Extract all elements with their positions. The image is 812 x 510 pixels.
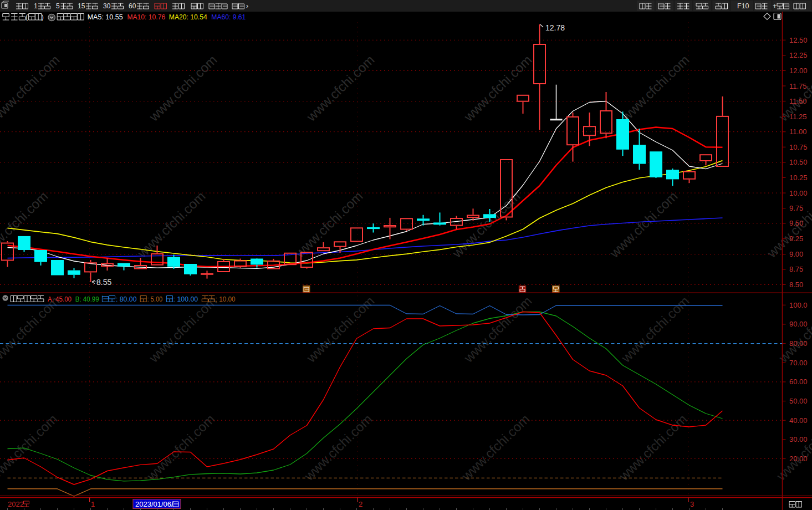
svg-text:30.00: 30.00 (789, 435, 808, 443)
svg-text:10.25: 10.25 (789, 174, 808, 182)
svg-text:1: 1 (34, 2, 38, 10)
svg-text:B: 40.99: B: 40.99 (75, 295, 99, 303)
svg-text:: 5.00: : 5.00 (147, 295, 162, 303)
svg-text:MA20: 10.54: MA20: 10.54 (169, 13, 207, 21)
svg-text:: 10.00: : 10.00 (216, 295, 236, 303)
svg-text:12.50: 12.50 (789, 36, 808, 44)
svg-text:70.00: 70.00 (789, 359, 808, 367)
svg-text:40.00: 40.00 (789, 416, 808, 425)
svg-text:9.00: 9.00 (789, 250, 803, 258)
svg-text:60: 60 (129, 2, 136, 10)
svg-text:2023/01/06/: 2023/01/06/ (135, 500, 173, 508)
svg-text:2: 2 (359, 500, 362, 508)
svg-text:100.0: 100.0 (789, 301, 808, 309)
svg-text:11.25: 11.25 (789, 113, 807, 121)
svg-text:F10: F10 (737, 2, 749, 10)
svg-text:20.00: 20.00 (789, 455, 808, 463)
svg-text:9.50: 9.50 (789, 219, 803, 227)
svg-text:A: 45.00: A: 45.00 (48, 295, 72, 303)
svg-text:10.50: 10.50 (789, 158, 808, 166)
svg-text:60.00: 60.00 (789, 378, 808, 386)
svg-text:+: + (773, 2, 777, 10)
svg-text:11.75: 11.75 (789, 82, 807, 90)
svg-text:11.00: 11.00 (789, 128, 807, 136)
svg-text:: 100.00: : 100.00 (173, 295, 198, 303)
svg-text:12.00: 12.00 (789, 67, 808, 75)
svg-text:8.75: 8.75 (789, 265, 803, 273)
svg-text:8.55: 8.55 (96, 278, 111, 287)
svg-text:MA5: 10.55: MA5: 10.55 (88, 13, 123, 21)
svg-text:90.00: 90.00 (789, 320, 808, 328)
svg-text:2022: 2022 (8, 500, 24, 508)
svg-text:MA60: 9.61: MA60: 9.61 (211, 13, 246, 21)
svg-text:9.25: 9.25 (789, 234, 803, 243)
svg-text:9.75: 9.75 (789, 204, 803, 212)
svg-text:MA10: 10.76: MA10: 10.76 (127, 13, 165, 21)
svg-text:10.00: 10.00 (789, 189, 808, 197)
svg-text:1: 1 (91, 500, 95, 508)
svg-text:10.75: 10.75 (789, 143, 808, 151)
svg-text:8.50: 8.50 (789, 280, 803, 289)
svg-text:: 80.00: : 80.00 (116, 295, 137, 303)
svg-text:(: ( (25, 13, 28, 21)
svg-text:): ) (42, 13, 44, 21)
svg-text:›: › (246, 2, 248, 10)
svg-text:30: 30 (103, 2, 111, 10)
svg-text:12.78: 12.78 (545, 23, 565, 32)
svg-text:50.00: 50.00 (789, 397, 808, 405)
svg-text:15: 15 (78, 2, 85, 10)
svg-text:3: 3 (690, 500, 694, 508)
svg-text:12.25: 12.25 (789, 51, 808, 59)
svg-text:11.50: 11.50 (789, 97, 807, 105)
svg-text:5: 5 (56, 2, 60, 10)
svg-text:80.00: 80.00 (789, 339, 808, 348)
